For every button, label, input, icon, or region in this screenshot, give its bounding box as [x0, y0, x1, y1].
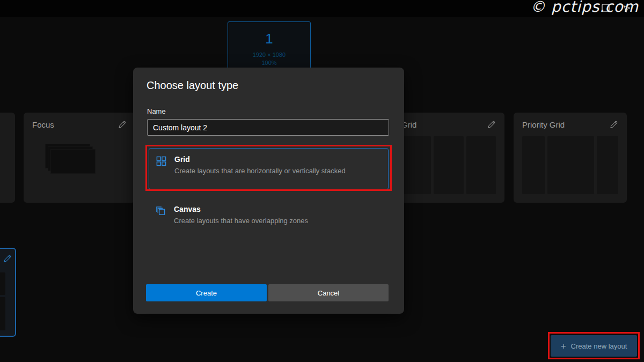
focus-zones-preview: [32, 136, 127, 194]
create-button[interactable]: Create: [146, 284, 267, 301]
option-canvas-title: Canvas: [174, 205, 308, 213]
monitor-scaling: 100%: [228, 60, 310, 66]
zone: [434, 136, 463, 194]
layout-card-grid[interactable]: Grid: [393, 113, 504, 203]
option-canvas[interactable]: Canvas Create layouts that have overlapp…: [149, 202, 389, 239]
top-bar: © pctips.com: [0, 0, 644, 17]
zone: [597, 136, 618, 194]
dialog-title: Choose layout type: [147, 79, 238, 92]
create-new-layout-button[interactable]: + Create new layout: [551, 335, 637, 357]
grid-icon: [156, 156, 166, 166]
create-new-layout-label: Create new layout: [571, 342, 627, 350]
layout-card-priority-grid[interactable]: Priority Grid: [514, 113, 627, 203]
edit-pencil-icon[interactable]: [3, 254, 12, 263]
layout-card-custom-selected[interactable]: [0, 248, 16, 337]
zone: [547, 136, 594, 194]
canvas-icon: [156, 206, 166, 216]
zone: [0, 297, 5, 330]
priority-grid-zones-preview: [522, 136, 618, 194]
watermark-text: © pctips.com: [530, 0, 639, 16]
layout-card-title: Focus: [32, 120, 54, 129]
monitor-number: 1: [228, 31, 310, 47]
cancel-button[interactable]: Cancel: [268, 284, 389, 301]
layout-card-focus[interactable]: Focus: [24, 113, 135, 203]
focus-zone: [50, 149, 96, 174]
layout-card-partial[interactable]: [0, 113, 15, 203]
option-canvas-description: Create layouts that have overlapping zon…: [174, 217, 308, 225]
layout-card-title: Priority Grid: [522, 120, 565, 129]
zone: [401, 136, 431, 194]
grid-zones-preview: [401, 136, 496, 194]
edit-pencil-icon[interactable]: [118, 120, 127, 129]
option-grid-title: Grid: [174, 155, 346, 164]
name-label: Name: [147, 107, 166, 115]
monitor-resolution: 1920 × 1080: [228, 51, 310, 58]
zone: [522, 136, 545, 194]
layout-name-input[interactable]: [147, 119, 389, 136]
option-grid-description: Create layouts that are horizontally or …: [174, 167, 346, 175]
choose-layout-type-dialog: Choose layout type Name Grid Create layo…: [133, 68, 404, 314]
option-grid[interactable]: Grid Create layouts that are horizontall…: [149, 148, 389, 190]
zone: [0, 272, 5, 295]
edit-pencil-icon[interactable]: [487, 120, 496, 129]
plus-icon: +: [561, 342, 566, 351]
edit-pencil-icon[interactable]: [609, 120, 618, 129]
zone: [466, 136, 496, 194]
